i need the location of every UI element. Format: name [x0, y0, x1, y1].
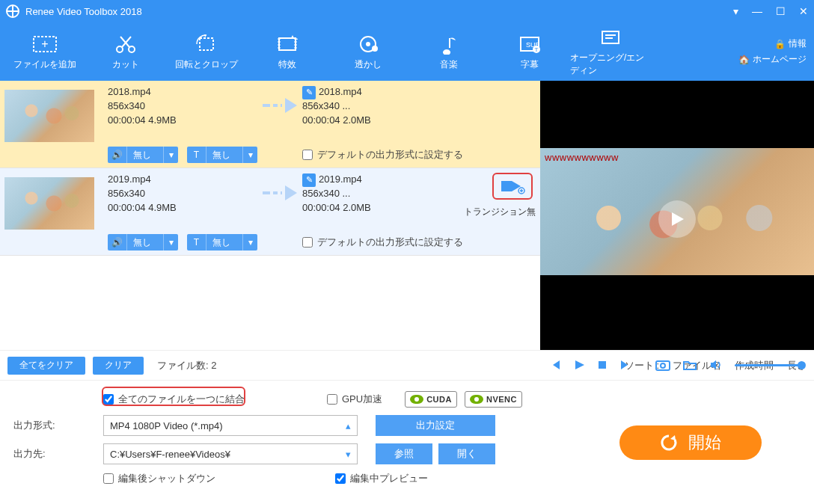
subtitle-button[interactable]: SUBT 字幕: [489, 33, 570, 71]
caret-down-icon: ▾: [242, 234, 257, 251]
next-button[interactable]: [619, 359, 631, 371]
add-file-button[interactable]: + ファイルを追加: [4, 33, 85, 71]
file-list: 2018.mp4 856x340 00:00:04 4.9MB ✎2018.mp…: [0, 81, 540, 350]
scissors-icon: [113, 33, 138, 55]
volume-icon: 🔊: [108, 147, 127, 163]
file-count-label: ファイル数: 2: [157, 359, 216, 372]
dropdown-icon[interactable]: ▾: [733, 5, 738, 17]
svg-text:+: +: [41, 37, 48, 50]
file-row[interactable]: 2018.mp4 856x340 00:00:04 4.9MB ✎2018.mp…: [0, 81, 540, 168]
arrow-icon: [257, 183, 302, 203]
cut-button[interactable]: カット: [85, 33, 166, 71]
subtitle-track-dropdown[interactable]: T 無し ▾: [187, 234, 257, 251]
preview-pane: wwwwwwwwww: [540, 81, 814, 350]
play-overlay-button[interactable]: [658, 200, 696, 238]
shutdown-checkbox[interactable]: 編集後シャットダウン: [103, 472, 215, 485]
bottom-panel: 全てのファイルを一つに結合 GPU加速 CUDA NVENC 出力形式: MP4…: [0, 380, 814, 499]
svg-point-17: [661, 363, 665, 368]
out-dir-label: 出力先:: [13, 447, 103, 461]
info-link[interactable]: 🔒情報: [774, 37, 807, 50]
svg-rect-5: [279, 38, 296, 50]
transition-button[interactable]: [492, 173, 533, 200]
caret-up-icon: ▴: [346, 420, 351, 431]
default-format-checkbox[interactable]: デフォルトの出力形式に設定する: [302, 148, 463, 162]
caret-down-icon: ▾: [346, 449, 351, 460]
output-info: ✎2019.mp4 856x340 ... 00:00:04 2.0MB: [302, 173, 422, 215]
titlebar: Renee Video Toolbox 2018 ▾ — ☐ ✕: [0, 0, 814, 22]
caret-down-icon: ▾: [163, 234, 178, 251]
arrow-icon: [257, 96, 302, 115]
stop-button[interactable]: [597, 360, 608, 370]
cuda-badge: CUDA: [405, 391, 457, 408]
list-icon: [598, 26, 623, 49]
add-film-icon: +: [32, 33, 58, 55]
preview-controls: [540, 350, 814, 380]
svg-point-8: [372, 46, 378, 52]
maximize-button[interactable]: ☐: [776, 5, 786, 17]
edit-icon[interactable]: ✎: [302, 173, 316, 187]
svg-text:T: T: [535, 46, 539, 53]
start-button[interactable]: 開始: [619, 425, 762, 460]
homepage-link[interactable]: 🏠ホームページ: [738, 53, 807, 66]
audio-track-dropdown[interactable]: 🔊 無し ▾: [108, 234, 178, 251]
music-button[interactable]: 音楽: [408, 33, 489, 71]
text-icon: T: [187, 147, 206, 163]
volume-button[interactable]: [709, 359, 723, 371]
watermark-text: wwwwwwwwww: [545, 152, 619, 163]
open-folder-button[interactable]: 開く: [438, 443, 495, 464]
nvenc-badge: NVENC: [465, 391, 522, 408]
prev-button[interactable]: [549, 359, 561, 371]
audio-track-dropdown[interactable]: 🔊 無し ▾: [108, 147, 178, 163]
rotate-crop-button[interactable]: 回転とクロップ: [166, 33, 247, 71]
browse-button[interactable]: 参照: [376, 443, 432, 464]
edit-icon[interactable]: ✎: [302, 86, 316, 99]
svg-point-2: [117, 46, 123, 52]
clear-all-button[interactable]: 全てをクリア: [7, 357, 85, 375]
nvidia-eye-icon: [470, 395, 483, 404]
video-thumbnail: [4, 90, 94, 142]
default-format-checkbox[interactable]: デフォルトの出力形式に設定する: [302, 236, 463, 249]
text-icon: T: [187, 234, 206, 251]
caret-down-icon: ▾: [163, 147, 178, 163]
home-icon: 🏠: [738, 55, 750, 65]
app-logo-icon: [6, 4, 19, 18]
volume-icon: 🔊: [108, 234, 127, 251]
refresh-icon: [660, 434, 678, 452]
watermark-button[interactable]: 透かし: [328, 33, 408, 71]
gpu-accel-checkbox[interactable]: GPU加速: [327, 393, 382, 406]
toolbar: + ファイルを追加 カット 回転とクロップ 特效 透かし 音楽 SUBT 字幕 …: [0, 22, 814, 81]
lock-icon: 🔒: [774, 39, 786, 49]
close-button[interactable]: ✕: [799, 5, 808, 17]
input-info: 2019.mp4 856x340 00:00:04 4.9MB: [108, 173, 257, 215]
video-thumbnail: [4, 177, 94, 230]
out-dir-combo[interactable]: C:¥Users¥F-renee¥Videos¥ ▾: [103, 443, 358, 464]
app-title: Renee Video Toolbox 2018: [25, 6, 733, 17]
out-settings-button[interactable]: 出力設定: [376, 415, 495, 436]
svg-point-3: [129, 46, 135, 52]
opening-ending-button[interactable]: オープニング/エンディン: [570, 26, 651, 77]
play-button[interactable]: [573, 359, 585, 371]
watermark-icon: [355, 33, 381, 55]
nvidia-eye-icon: [410, 395, 423, 404]
minimize-button[interactable]: —: [752, 5, 762, 17]
svg-rect-4: [200, 38, 213, 50]
preview-checkbox[interactable]: 編集中プレビュー: [335, 472, 428, 485]
subtitle-icon: SUBT: [517, 33, 542, 55]
effect-icon: [275, 33, 300, 55]
clear-button[interactable]: クリア: [93, 357, 144, 375]
subtitle-track-dropdown[interactable]: T 無し ▾: [187, 147, 257, 163]
svg-point-7: [366, 42, 370, 46]
file-row[interactable]: 2019.mp4 856x340 00:00:04 4.9MB ✎2019.mp…: [0, 168, 540, 256]
out-format-combo[interactable]: MP4 1080P Video (*.mp4) ▴: [103, 415, 358, 436]
snapshot-button[interactable]: [655, 359, 670, 371]
merge-files-checkbox[interactable]: 全てのファイルを一つに結合: [103, 393, 245, 406]
transition-label: トランジション無: [464, 206, 536, 218]
caret-down-icon: ▾: [242, 147, 257, 163]
music-icon: [436, 33, 462, 55]
effect-button[interactable]: 特效: [247, 33, 328, 71]
input-info: 2018.mp4 856x340 00:00:04 4.9MB: [108, 85, 257, 128]
folder-button[interactable]: [682, 359, 697, 371]
out-format-label: 出力形式:: [13, 419, 103, 432]
volume-slider[interactable]: [735, 364, 802, 366]
crop-icon: [194, 33, 219, 55]
